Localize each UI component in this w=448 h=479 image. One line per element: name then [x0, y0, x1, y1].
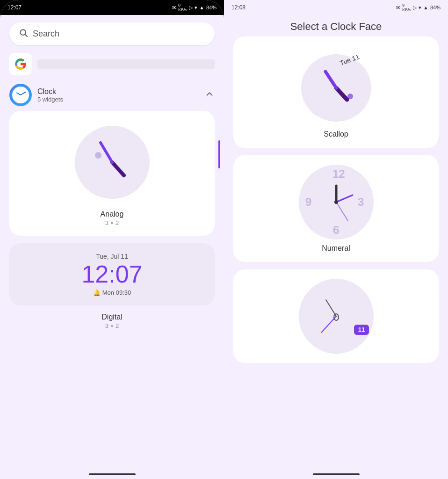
- status-icons-left: ✉ 0KB/s ▷ ▾ ▲ 84%: [172, 3, 217, 12]
- battery-right: 84%: [430, 5, 441, 10]
- search-bar[interactable]: Search: [9, 22, 215, 45]
- numeral-clock-display: 12 3 6 9: [299, 165, 374, 240]
- svg-point-3: [95, 152, 101, 159]
- mail-icon-r: ✉: [396, 5, 400, 11]
- scroll-indicator: [218, 140, 220, 168]
- scallop-label: Scallop: [324, 130, 348, 138]
- svg-point-19: [334, 200, 338, 204]
- data-icon: 0KB/s: [178, 3, 187, 12]
- left-phone-content: Search Clock: [0, 15, 224, 479]
- clock-faces-list: Tue 11 Scallop 12 3 6: [224, 36, 448, 470]
- clock-app-item[interactable]: Clock 5 widgets: [0, 79, 224, 111]
- analog-widget-label: Analog: [101, 210, 124, 218]
- clock-app-name: Clock: [37, 87, 199, 96]
- svg-text:3: 3: [358, 196, 364, 208]
- digital-widget-size: 3 × 2: [9, 322, 215, 329]
- partial-app-item: [0, 49, 224, 79]
- clock-app-widgets: 5 widgets: [37, 96, 199, 103]
- scallop-clock-display: Tue 11: [296, 46, 376, 125]
- svg-line-1: [25, 35, 28, 37]
- nav-indicator-right: [313, 473, 360, 475]
- digital-alarm: 🔔 Mon 09:30: [93, 289, 131, 296]
- data-icon2: ▷: [189, 5, 193, 11]
- digital-widget-label: Digital: [9, 313, 215, 321]
- select-clock-title: Select a Clock Face: [224, 15, 448, 36]
- nav-indicator-left: [89, 473, 136, 475]
- wifi-icon: ▾: [195, 5, 197, 11]
- google-icon: [9, 53, 32, 75]
- chevron-up-icon[interactable]: [204, 89, 215, 102]
- third-face-item[interactable]: 11: [233, 269, 439, 363]
- search-icon: [19, 28, 28, 40]
- mail-icon: ✉: [172, 5, 176, 11]
- svg-text:9: 9: [305, 196, 311, 208]
- analog-widget-card[interactable]: Analog 3 × 2: [9, 111, 215, 236]
- time-right: 12:08: [231, 4, 246, 11]
- numeral-face-item[interactable]: 12 3 6 9 Numeral: [233, 155, 439, 262]
- time-left: 12:07: [7, 4, 22, 11]
- clock-app-icon: [9, 84, 32, 106]
- digital-widget-card[interactable]: Tue, Jul 11 12:07 🔔 Mon 09:30: [9, 243, 215, 305]
- status-bar-right: 12:08 ✉ 9KB/s ▷ ▾ ▲ 84%: [224, 0, 448, 15]
- battery-left: 84%: [206, 5, 217, 10]
- left-phone: 12:07 ✉ 0KB/s ▷ ▾ ▲ 84% Search: [0, 0, 224, 479]
- right-phone: 12:08 ✉ 9KB/s ▷ ▾ ▲ 84% Select a Clock F…: [224, 0, 448, 479]
- digital-date: Tue, Jul 11: [96, 253, 128, 260]
- third-clock-display: 11: [299, 279, 374, 354]
- alarm-icon: 🔔: [93, 289, 101, 296]
- search-placeholder: Search: [33, 29, 59, 39]
- digital-time: 12:07: [81, 262, 142, 286]
- data-icon-r: 9KB/s: [402, 3, 411, 12]
- svg-text:12: 12: [332, 167, 345, 180]
- analog-clock-display: [70, 120, 154, 204]
- numeral-label: Numeral: [322, 244, 350, 253]
- data-icon2-r: ▷: [413, 5, 417, 11]
- analog-widget-size: 3 × 2: [105, 219, 119, 226]
- signal-icon-r: ▲: [423, 5, 428, 10]
- svg-text:11: 11: [358, 326, 364, 333]
- status-bar-left: 12:07 ✉ 0KB/s ▷ ▾ ▲ 84%: [0, 0, 224, 15]
- svg-text:6: 6: [333, 224, 339, 236]
- signal-icon: ▲: [199, 5, 204, 10]
- status-icons-right: ✉ 9KB/s ▷ ▾ ▲ 84%: [396, 3, 441, 12]
- wifi-icon-r: ▾: [419, 5, 421, 11]
- widgets-section: Analog 3 × 2 Tue, Jul 11 12:07 🔔 Mon 09:…: [0, 111, 224, 472]
- scallop-face-item[interactable]: Tue 11 Scallop: [233, 36, 439, 148]
- clock-app-info: Clock 5 widgets: [37, 87, 199, 103]
